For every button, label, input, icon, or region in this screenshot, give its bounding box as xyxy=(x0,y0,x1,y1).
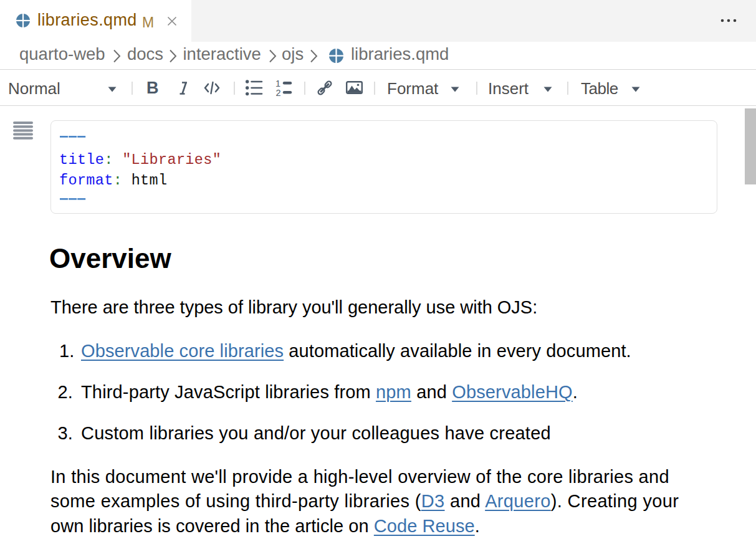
svg-text:2: 2 xyxy=(275,88,280,97)
svg-text:1: 1 xyxy=(275,79,280,88)
